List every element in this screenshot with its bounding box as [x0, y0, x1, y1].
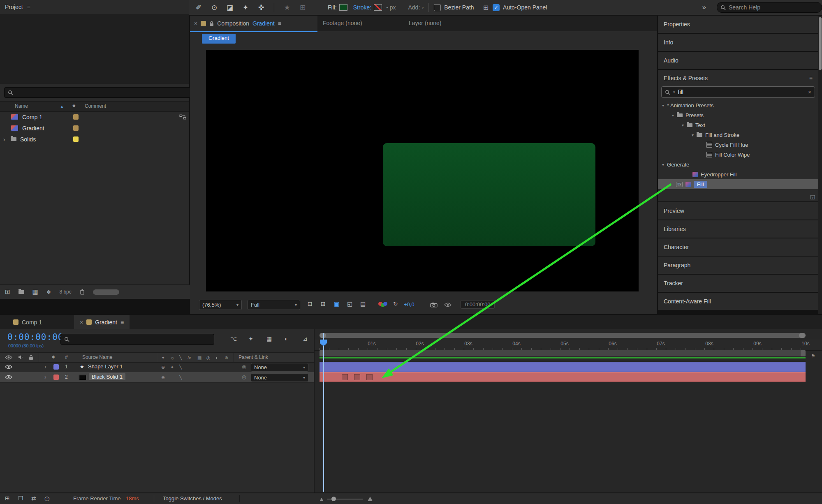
layer-row-black-solid-1[interactable]: › 2 Black Solid 1 ⊕ ╲ ◎ None ▾ — [0, 372, 314, 383]
label-column-icon[interactable]: ◆ — [52, 354, 55, 359]
expander-chevron-icon[interactable]: › — [44, 374, 46, 380]
parent-select[interactable]: None ▾ — [251, 373, 308, 382]
timeline-search-field[interactable] — [60, 334, 214, 345]
tree-item-eyedropper-fill[interactable]: Eyedropper Fill — [658, 169, 818, 179]
frame-blending-icon[interactable]: ▦ — [266, 335, 272, 342]
mini-flowchart-icon[interactable]: ⌥ — [230, 335, 237, 342]
trash-icon[interactable] — [80, 289, 85, 295]
tab-gradient-active[interactable]: × Gradient ≡ — [74, 315, 130, 329]
time-ruler[interactable]: 0s 01s 02s 03s 04s 05s 06s 07s 08s 09s 1… — [315, 340, 822, 351]
adjustment-switch-icon[interactable]: ◐ — [215, 355, 218, 360]
new-composition-icon[interactable]: ▦ — [32, 288, 38, 296]
anchor-switch-icon[interactable]: ⊕ — [161, 365, 165, 370]
sidebar-scrollbar-track[interactable] — [818, 16, 822, 314]
exposure-offset-value[interactable]: +0,0 — [404, 301, 414, 307]
resolution-select[interactable]: Full ▾ — [248, 300, 300, 310]
clone-stamp-tool-icon[interactable]: ⊙ — [206, 1, 222, 14]
video-column-eye-icon[interactable] — [5, 355, 12, 360]
viewer-timecode[interactable]: 0:00:00:00 — [461, 300, 495, 309]
panel-info[interactable]: Info — [658, 34, 822, 51]
audio-column-speaker-icon[interactable] — [18, 355, 23, 360]
toolbar-overflow-icon[interactable]: » — [702, 3, 706, 12]
tree-item-text[interactable]: ▾ Text — [658, 120, 818, 130]
number-column-header[interactable]: # — [65, 354, 68, 360]
lock-column-icon[interactable] — [29, 355, 33, 360]
panel-menu-icon[interactable]: ≡ — [809, 75, 813, 81]
auto-open-panel-checkbox[interactable]: ✓ — [493, 4, 500, 11]
parent-pickwhip-icon[interactable]: ◎ — [242, 364, 246, 370]
reset-exposure-icon[interactable]: ↻ — [393, 301, 398, 307]
interpret-footage-icon[interactable]: ⊞ — [5, 288, 10, 296]
layer-bar-black-solid-1[interactable] — [320, 372, 806, 382]
current-timecode[interactable]: 0:00:00:00 — [7, 332, 63, 342]
hide-shy-layers-icon[interactable]: ✦ — [248, 335, 253, 342]
transfer-controls-pane-icon[interactable]: ❐ — [18, 495, 23, 502]
shy-switch-icon[interactable]: ✦ — [161, 355, 165, 361]
grid-guides-icon[interactable]: ⊞ — [321, 301, 326, 307]
layer-name[interactable]: Shape Layer 1 — [88, 363, 123, 370]
snapping-icon[interactable]: ⊞ — [295, 1, 310, 14]
work-area-end-handle[interactable] — [801, 350, 806, 356]
project-panel-header[interactable]: Project ≡ — [0, 0, 189, 14]
panel-grip-icon[interactable]: ◲ — [810, 194, 815, 200]
frame-blend-switch-icon[interactable]: ▦ — [197, 355, 201, 361]
quality-switch-icon[interactable]: ╲ — [179, 365, 182, 370]
tree-item-cycle-fill-hue[interactable]: Cycle Fill Hue — [658, 140, 818, 150]
panel-audio[interactable]: Audio — [658, 52, 822, 69]
clear-search-icon[interactable]: × — [808, 89, 811, 95]
navigator-left-handle[interactable] — [320, 333, 326, 338]
roto-brush-tool-icon[interactable]: ✦ — [238, 1, 253, 14]
chevron-down-icon[interactable]: ▾ — [682, 123, 684, 127]
collapse-switch-icon[interactable]: ✦ — [170, 365, 174, 370]
toggle-switches-modes-button[interactable]: Toggle Switches / Modes — [163, 495, 222, 502]
panel-dock-icon[interactable]: ⊞ — [483, 4, 489, 12]
project-item-solids[interactable]: › Solids — [0, 134, 196, 145]
layer-bar-shape-layer-1[interactable] — [320, 362, 806, 372]
close-icon[interactable]: × — [194, 20, 197, 27]
effects-presets-header[interactable]: Effects & Presets ≡ — [658, 70, 818, 86]
tree-item-presets[interactable]: ▾ Presets — [658, 110, 818, 120]
bezier-path-checkbox[interactable] — [434, 4, 441, 11]
layer-visibility-eye-icon[interactable] — [5, 375, 12, 379]
label-column-icon[interactable]: ◆ — [72, 103, 76, 108]
tab-footage[interactable]: Footage (none) — [323, 20, 362, 26]
panel-menu-icon[interactable]: ≡ — [120, 319, 124, 326]
exposure-icon[interactable]: ▤ — [360, 301, 366, 307]
effects-switch-icon[interactable]: fx — [188, 355, 191, 360]
playhead-line[interactable] — [323, 333, 324, 492]
add-option-icon[interactable]: ◦ — [421, 4, 424, 11]
layer-switches-pane-icon[interactable]: ⊞ — [5, 495, 10, 502]
layer-row-shape-layer-1[interactable]: › 1 ★ Shape Layer 1 ⊕ ✦ ╲ ◎ None ▾ — [0, 362, 314, 372]
channel-blue-icon[interactable] — [383, 302, 387, 306]
bezier-path-toggle[interactable]: Bezier Path — [434, 4, 474, 11]
close-icon[interactable]: × — [80, 319, 83, 326]
zoom-out-frames-icon[interactable] — [320, 498, 323, 501]
eraser-tool-icon[interactable]: ◪ — [222, 1, 238, 14]
zoom-in-frames-icon[interactable] — [368, 497, 373, 501]
star-tool-icon[interactable]: ★ — [279, 1, 295, 14]
new-folder-icon[interactable] — [19, 290, 24, 294]
parent-pickwhip-icon[interactable]: ◎ — [242, 374, 246, 380]
magnification-select[interactable]: (76,5%) ▾ — [199, 300, 242, 310]
tab-comp1[interactable]: Comp 1 — [7, 315, 48, 329]
panel-libraries[interactable]: Libraries — [658, 220, 822, 238]
show-snapshot-eye-icon[interactable] — [444, 303, 452, 307]
tree-item-generate[interactable]: ▾ Generate — [658, 160, 818, 169]
chevron-down-icon[interactable]: ▾ — [662, 103, 664, 108]
chevron-down-icon[interactable]: ▾ — [662, 162, 664, 167]
fill-color-swatch[interactable] — [339, 4, 347, 11]
timeline-split-divider[interactable] — [314, 329, 315, 492]
layer-label-color[interactable] — [53, 375, 59, 380]
label-color-swatch[interactable] — [73, 114, 79, 120]
graph-editor-icon[interactable]: ⊿ — [303, 335, 308, 342]
comment-column-header[interactable]: Comment — [85, 103, 106, 109]
tree-item-fill-and-stroke[interactable]: ▾ Fill and Stroke — [658, 130, 818, 140]
label-color-swatch[interactable] — [73, 125, 79, 131]
label-color-swatch[interactable] — [73, 136, 79, 142]
parent-select[interactable]: None ▾ — [251, 363, 308, 372]
tree-item-fill-selected[interactable]: 32 Fill — [658, 179, 818, 189]
region-of-interest-icon[interactable]: ◱ — [347, 301, 352, 307]
layer-visibility-eye-icon[interactable] — [5, 365, 12, 369]
panel-tracker[interactable]: Tracker — [658, 275, 822, 292]
composition-navigator-chip[interactable]: Gradient — [202, 34, 236, 44]
